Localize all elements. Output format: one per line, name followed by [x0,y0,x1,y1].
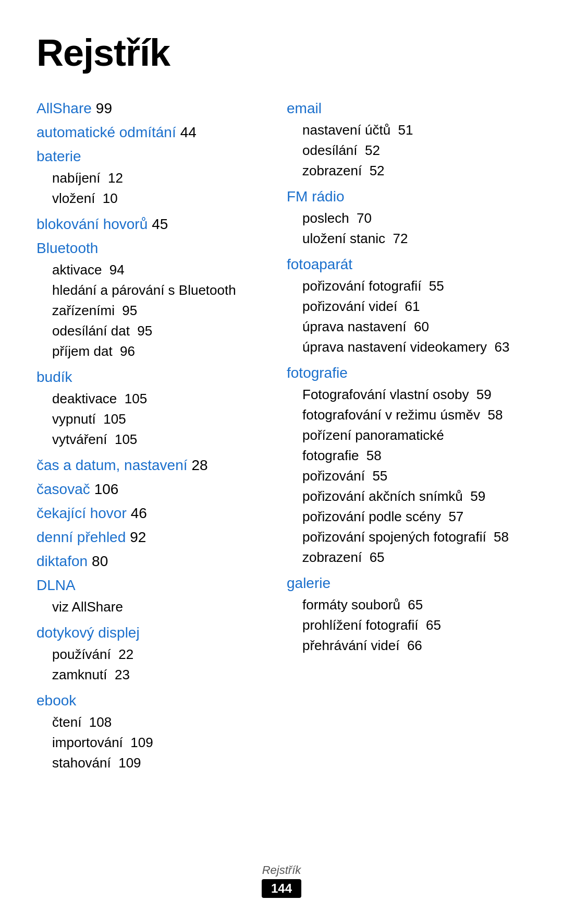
index-section-budik: budíkdeaktivace 105vypnutí 105vytváření … [36,369,266,450]
entry-page-cas-a-datum: 28 [192,457,208,473]
sub-entry: hledání a párování s Bluetooth zařízením… [52,280,266,321]
entry-page-casovac: 106 [94,481,119,497]
left-column: AllShare99automatické odmítání44baterien… [36,100,282,781]
entry-page-diktafon: 80 [92,553,108,569]
sub-entries-bluetooth: aktivace 94hledání a párování s Bluetoot… [52,260,266,362]
entry-page-cekajici-hovor: 46 [131,505,147,521]
sub-entry: importování 109 [52,733,266,753]
index-section-baterie: baterienabíjení 12vložení 10 [36,148,266,209]
sub-entries-fotoaparat: pořizování fotografií 55pořizování videí… [302,276,527,357]
sub-entry: vložení 10 [52,188,266,209]
sub-entry: fotografování v režimu úsměv 58 [302,405,527,425]
entry-label-fotografie: fotografie [287,365,348,381]
sub-entry: deaktivace 105 [52,389,266,409]
entry-label-fm-radio: FM rádio [287,188,344,205]
sub-entries-galerie: formáty souborů 65prohlížení fotografií … [302,595,527,656]
sub-entry: odesílání dat 95 [52,321,266,341]
entry-label-email: email [287,100,322,116]
sub-entry: nabíjení 12 [52,168,266,188]
index-section-ebook: ebookčtení 108importování 109stahování 1… [36,692,266,773]
index-section-email: emailnastavení účtů 51odesílání 52zobraz… [287,100,527,181]
index-section-dotykovy-displej: dotykový displejpoužívání 22zamknutí 23 [36,625,266,685]
sub-entry: vypnutí 105 [52,409,266,429]
sub-entry: pořizování fotografií 55 [302,276,527,296]
sub-entry: nastavení účtů 51 [302,120,527,140]
footer-label: Rejstřík [0,863,563,877]
right-column: emailnastavení účtů 51odesílání 52zobraz… [282,100,527,781]
sub-entry: poslech 70 [302,208,527,229]
sub-entry: prohlížení fotografií 65 [302,615,527,635]
footer: Rejstřík 144 [0,863,563,898]
index-section-casovac: časovač106 [36,481,266,498]
entry-label-allshare: AllShare [36,100,92,116]
index-columns: AllShare99automatické odmítání44baterien… [36,100,527,781]
sub-entry: pořizování akčních snímků 59 [302,486,527,507]
entry-label-dlna: DLNA [36,577,76,593]
sub-entry: čtení 108 [52,712,266,733]
index-section-galerie: galerieformáty souborů 65prohlížení foto… [287,575,527,656]
sub-entry: pořizování 55 [302,466,527,486]
index-section-dlna: DLNAviz AllShare [36,577,266,617]
sub-entry: zobrazení 65 [302,547,527,568]
sub-entries-dotykovy-displej: používání 22zamknutí 23 [52,644,266,685]
index-section-fotografie: fotografieFotografování vlastní osoby 59… [287,365,527,568]
sub-entry: pořizování videí 61 [302,296,527,317]
sub-entry: pořizování podle scény 57 [302,507,527,527]
sub-entry: zamknutí 23 [52,665,266,685]
sub-entry: úprava nastavení videokamery 63 [302,337,527,357]
page-title: Rejstřík [36,31,527,74]
index-section-automaticke-odmitani: automatické odmítání44 [36,124,266,141]
sub-entry: přehrávání videí 66 [302,635,527,656]
entry-label-bluetooth: Bluetooth [36,240,98,256]
entry-page-denni-prehled: 92 [130,529,146,545]
sub-entries-budik: deaktivace 105vypnutí 105vytváření 105 [52,389,266,450]
entry-label-cas-a-datum: čas a datum, nastavení [36,457,188,473]
sub-entry: používání 22 [52,644,266,665]
entry-label-ebook: ebook [36,692,76,709]
index-section-cekajici-hovor: čekající hovor46 [36,505,266,522]
index-section-denni-prehled: denní přehled92 [36,529,266,546]
sub-entry: pořízení panoramatické fotografie 58 [302,425,527,466]
sub-entries-fotografie: Fotografování vlastní osoby 59fotografov… [302,385,527,568]
sub-entry: uložení stanic 72 [302,229,527,249]
sub-entry: aktivace 94 [52,260,266,280]
sub-entries-dlna: viz AllShare [52,597,266,617]
index-section-diktafon: diktafon80 [36,553,266,570]
sub-entry: vytváření 105 [52,429,266,450]
index-section-fm-radio: FM rádioposlech 70uložení stanic 72 [287,188,527,249]
entry-label-cekajici-hovor: čekající hovor [36,505,127,521]
entry-label-dotykovy-displej: dotykový displej [36,625,140,641]
entry-page-automaticke-odmitani: 44 [180,124,197,140]
index-section-bluetooth: Bluetoothaktivace 94hledání a párování s… [36,240,266,362]
sub-entries-baterie: nabíjení 12vložení 10 [52,168,266,209]
sub-entries-fm-radio: poslech 70uložení stanic 72 [302,208,527,249]
sub-entry: zobrazení 52 [302,161,527,181]
entry-label-denni-prehled: denní přehled [36,529,126,545]
entry-label-automaticke-odmitani: automatické odmítání [36,124,176,140]
entry-label-casovac: časovač [36,481,90,497]
entry-label-diktafon: diktafon [36,553,88,569]
index-section-cas-a-datum: čas a datum, nastavení28 [36,457,266,474]
sub-entry: viz AllShare [52,597,266,617]
entry-label-galerie: galerie [287,575,331,591]
index-section-allshare: AllShare99 [36,100,266,117]
sub-entry: odesílání 52 [302,140,527,161]
sub-entry: formáty souborů 65 [302,595,527,615]
entry-label-blokovani-hovoru: blokování hovorů [36,216,148,232]
sub-entries-ebook: čtení 108importování 109stahování 109 [52,712,266,773]
index-section-blokovani-hovoru: blokování hovorů45 [36,216,266,233]
entry-page-blokovani-hovoru: 45 [152,216,168,232]
sub-entry: příjem dat 96 [52,341,266,362]
sub-entry: Fotografování vlastní osoby 59 [302,385,527,405]
sub-entry: pořizování spojených fotografií 58 [302,527,527,547]
entry-label-fotoaparat: fotoaparát [287,256,352,272]
sub-entry: úprava nastavení 60 [302,317,527,337]
footer-page: 144 [262,879,301,898]
sub-entries-email: nastavení účtů 51odesílání 52zobrazení 5… [302,120,527,181]
entry-label-baterie: baterie [36,148,81,164]
entry-page-allshare: 99 [96,100,112,116]
entry-label-budik: budík [36,369,72,385]
index-section-fotoaparat: fotoaparátpořizování fotografií 55pořizo… [287,256,527,357]
sub-entry: stahování 109 [52,753,266,773]
